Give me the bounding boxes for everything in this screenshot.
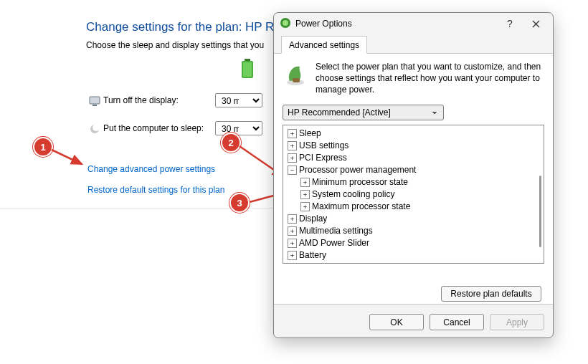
power-plan-select[interactable]: HP Recommended [Active] bbox=[283, 105, 444, 120]
sleep-select[interactable]: 30 minutes bbox=[215, 121, 262, 135]
callout-2: 2 bbox=[221, 133, 241, 153]
close-button[interactable] bbox=[523, 15, 549, 32]
sleep-label: Put the computer to sleep: bbox=[103, 123, 204, 133]
apply-button[interactable]: Apply bbox=[490, 314, 544, 330]
svg-point-6 bbox=[93, 124, 100, 131]
dialog-description: Select the power plan that you want to c… bbox=[316, 61, 544, 96]
svg-rect-3 bbox=[90, 97, 100, 104]
page-subheading: Choose the sleep and display settings th… bbox=[86, 40, 264, 50]
power-options-dialog: Power Options ? Advanced settings Select… bbox=[273, 12, 554, 338]
power-plan-icon bbox=[283, 61, 308, 96]
moon-icon bbox=[89, 123, 100, 137]
callout-3: 3 bbox=[229, 193, 250, 213]
dialog-title: Power Options bbox=[295, 19, 497, 29]
tree-node-battery[interactable]: +Battery bbox=[285, 249, 542, 262]
settings-tree[interactable]: +Sleep +USB settings +PCI Express −Proce… bbox=[283, 125, 544, 264]
tree-node-display[interactable]: +Display bbox=[285, 213, 542, 225]
svg-rect-2 bbox=[243, 62, 252, 77]
tree-node-min-proc[interactable]: +Minimum processor state bbox=[285, 176, 542, 188]
power-options-icon bbox=[280, 17, 291, 31]
restore-defaults-link[interactable]: Restore default settings for this plan bbox=[87, 185, 224, 195]
ok-button[interactable]: OK bbox=[369, 314, 424, 330]
callout-1: 1 bbox=[33, 137, 53, 157]
tree-node-sleep[interactable]: +Sleep bbox=[285, 128, 542, 140]
svg-point-11 bbox=[283, 20, 288, 26]
cancel-button[interactable]: Cancel bbox=[430, 314, 484, 330]
page-title: Change settings for the plan: HP Re bbox=[86, 20, 281, 34]
svg-rect-0 bbox=[245, 59, 250, 61]
svg-line-7 bbox=[52, 150, 82, 164]
battery-icon bbox=[240, 59, 255, 82]
display-icon bbox=[89, 95, 100, 109]
help-button[interactable]: ? bbox=[497, 15, 523, 32]
tree-node-amd[interactable]: +AMD Power Slider bbox=[285, 237, 542, 249]
svg-rect-4 bbox=[93, 105, 97, 106]
tree-node-multimedia[interactable]: +Multimedia settings bbox=[285, 225, 542, 237]
tree-node-max-proc[interactable]: +Maximum processor state bbox=[285, 201, 542, 213]
restore-plan-defaults-button[interactable]: Restore plan defaults bbox=[441, 286, 541, 302]
tree-scrollbar[interactable] bbox=[539, 176, 541, 247]
svg-rect-13 bbox=[293, 78, 300, 82]
tab-advanced-settings[interactable]: Advanced settings bbox=[281, 36, 367, 54]
tree-node-processor[interactable]: −Processor power management bbox=[285, 164, 542, 176]
turn-off-display-label: Turn off the display: bbox=[103, 95, 179, 105]
turn-off-display-select[interactable]: 30 minutes bbox=[215, 93, 262, 107]
change-advanced-link[interactable]: Change advanced power settings bbox=[87, 164, 215, 174]
tree-node-usb[interactable]: +USB settings bbox=[285, 140, 542, 152]
tree-node-pci[interactable]: +PCI Express bbox=[285, 152, 542, 164]
tree-node-cooling[interactable]: +System cooling policy bbox=[285, 188, 542, 201]
